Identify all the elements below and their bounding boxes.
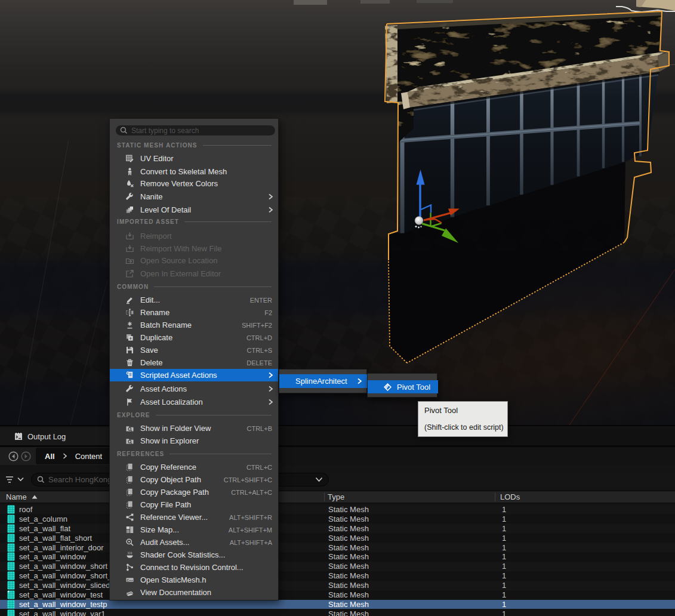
svg-text:C++: C++: [127, 578, 133, 582]
